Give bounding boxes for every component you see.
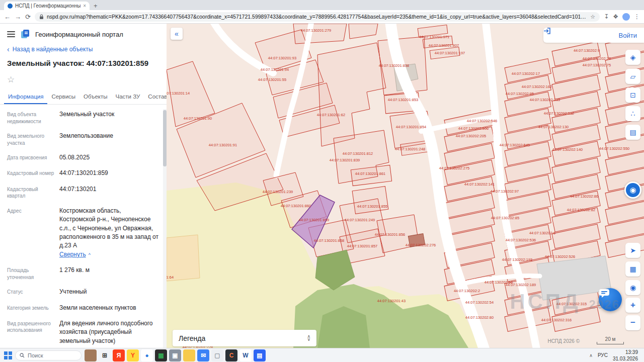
basemap-tool[interactable]: ▦ <box>625 261 640 277</box>
mail[interactable]: ✉ <box>197 349 209 361</box>
page-title: Земельный участок: 44:07:130201:859 <box>0 54 167 68</box>
field-label: Вид земельного участка <box>7 132 54 146</box>
collapse-address-link[interactable]: Свернуть <box>59 251 86 258</box>
back-link-label: Назад в найденные объекты <box>13 46 93 53</box>
panel-tab[interactable]: Части ЗУ <box>112 89 144 104</box>
field-value: 1 276 кв. м <box>59 266 158 281</box>
panel-tabs: ИнформацияСервисыОбъектыЧасти ЗУСостав › <box>0 89 167 105</box>
taskbar-search[interactable]: Поиск <box>15 350 82 360</box>
watermark: НСПД 2026 <box>510 290 620 314</box>
cadastral-map[interactable]: 44:07:130201:27944:07:130201:97144:07:13… <box>167 24 644 348</box>
app-gray[interactable]: ▣ <box>169 349 181 361</box>
os-taskbar: Поиск ⊞ЯY●▦▣✉▢CW▤ ∧ РУС 13:39 31.03.2026 <box>0 348 644 362</box>
field-row: Вид объекта недвижимости Земельный участ… <box>7 107 158 128</box>
forward-button[interactable]: → <box>15 14 21 20</box>
field-label: Категория земель <box>7 304 54 312</box>
ruler-tool[interactable]: ▱ <box>625 69 640 84</box>
field-label: Площадь уточненная <box>7 266 54 281</box>
collapse-panel-button[interactable]: « <box>171 28 183 40</box>
bookmark-star-icon[interactable]: ☆ <box>590 14 595 20</box>
field-label: Кадастровый квартал <box>7 185 54 200</box>
word[interactable]: W <box>239 349 252 361</box>
browser-tabstrip: НСПД | Геоинформационный п × + <box>0 0 644 10</box>
field-value: Костромская область, Костромской р-н., Ч… <box>59 207 158 259</box>
profile-avatar[interactable] <box>622 13 630 21</box>
system-tray: ∧ РУС 13:39 31.03.2026 <box>589 349 640 362</box>
select-area-tool[interactable]: ⊡ <box>625 87 640 103</box>
app-light[interactable]: ▢ <box>211 349 223 361</box>
panel-tab[interactable]: Сервисы <box>47 89 79 104</box>
folder[interactable] <box>183 349 195 361</box>
browser-toolbar: ← → ⟳ nspd.gov.ru/map?thematic=PKK&zoom=… <box>0 10 644 24</box>
field-row: Площадь уточненная 1 276 кв. м <box>7 262 158 284</box>
app-blue[interactable]: ▤ <box>254 349 266 361</box>
field-value: Землепользование <box>59 132 158 146</box>
yandex-browser[interactable]: Я <box>113 349 125 361</box>
locate-tool[interactable]: ➤ <box>625 243 640 258</box>
yandex-start[interactable]: Y <box>127 349 139 361</box>
tab-close-icon[interactable]: × <box>83 3 86 9</box>
app-grid[interactable]: ⊞ <box>99 349 111 361</box>
panel-tab[interactable]: Объекты <box>79 89 111 104</box>
field-label: Кадастровый номер <box>7 169 54 177</box>
browser-tab[interactable]: НСПД | Геоинформационный п × <box>4 2 90 10</box>
portal-title: Геоинформационный портал <box>35 31 123 38</box>
browser-menu-icon[interactable]: ⋮ <box>634 13 640 20</box>
field-label: Вид разрешенного использования <box>7 319 54 345</box>
field-value: 44:07:130201 <box>59 185 158 200</box>
login-button[interactable]: Войти <box>543 28 644 43</box>
back-to-results-link[interactable]: ‹ Назад в найденные объекты <box>0 43 167 54</box>
field-label: Вид объекта недвижимости <box>7 110 54 125</box>
parcel-dark <box>408 234 425 247</box>
window-preview[interactable] <box>85 349 97 361</box>
extensions-icon[interactable]: ❖ <box>613 13 618 20</box>
clock-time: 13:39 <box>613 349 638 355</box>
scale-label: 20 м <box>605 336 616 342</box>
url-bar[interactable]: nspd.gov.ru/map?thematic=PKK&zoom=17.743… <box>35 12 600 22</box>
field-value: 05.08.2025 <box>59 153 158 162</box>
zoom-in-tool[interactable]: + <box>625 298 640 313</box>
tray-expand-icon[interactable]: ∧ <box>589 353 593 358</box>
screen: НСПД | Геоинформационный п × + ← → ⟳ nsp… <box>0 0 644 362</box>
legend-toggle[interactable]: Легенда ∧∨ <box>173 330 316 346</box>
clock-date: 31.03.2026 <box>613 355 638 362</box>
app-c-ring[interactable]: C <box>225 349 237 361</box>
app-dark-green[interactable]: ▦ <box>155 349 167 361</box>
field-row: Дата присвоения 05.08.2025 <box>7 150 158 165</box>
panel-tab[interactable]: Состав <box>144 89 167 104</box>
start-button[interactable] <box>4 351 12 359</box>
field-row: Кадастровый номер 44:07:130201:859 <box>7 165 158 181</box>
clock[interactable]: 13:39 31.03.2026 <box>613 349 638 362</box>
download-icon[interactable]: ↧ <box>604 13 609 20</box>
field-row: Категория земель Земли населенных пункто… <box>7 300 158 316</box>
panel-tab[interactable]: Информация <box>4 89 47 104</box>
reload-button[interactable]: ⟳ <box>25 14 31 20</box>
share-tool[interactable]: ∴ <box>625 106 640 121</box>
field-value: Земли населенных пунктов <box>59 304 158 312</box>
field-value: Земельный участок <box>59 110 158 125</box>
zone-peach <box>167 235 200 281</box>
search-placeholder: Поиск <box>28 352 43 358</box>
language-indicator[interactable]: РУС <box>598 352 608 358</box>
browser-circle[interactable]: ● <box>141 349 153 361</box>
legend-label: Легенда <box>179 334 205 342</box>
favorite-star-icon[interactable]: ☆ <box>0 68 167 87</box>
back-button[interactable]: ← <box>4 14 11 20</box>
field-value: Учтенный <box>59 288 158 296</box>
zoom-out-tool[interactable]: − <box>625 315 640 330</box>
info-circle-tool[interactable]: ◉ <box>625 280 640 295</box>
taskbar-apps: ⊞ЯY●▦▣✉▢CW▤ <box>85 349 266 361</box>
panel-scrollbar-thumb[interactable] <box>163 110 167 166</box>
scale-line <box>597 342 624 344</box>
draw-tool[interactable]: ◉ <box>624 182 641 199</box>
field-row: Вид земельного участка Землепользование <box>7 128 158 150</box>
attributes-list: Вид объекта недвижимости Земельный участ… <box>0 105 167 348</box>
chevron-left-icon: ‹ <box>7 46 10 53</box>
padlock-icon <box>39 14 44 20</box>
login-icon <box>543 28 551 34</box>
print-tool[interactable]: ▤ <box>625 125 640 140</box>
map-attribution: НСПД 2026 © <box>547 338 580 344</box>
hamburger-menu-icon[interactable] <box>7 31 15 37</box>
new-tab-button[interactable]: + <box>94 2 98 10</box>
layers-tool[interactable]: ◈ <box>625 50 640 65</box>
